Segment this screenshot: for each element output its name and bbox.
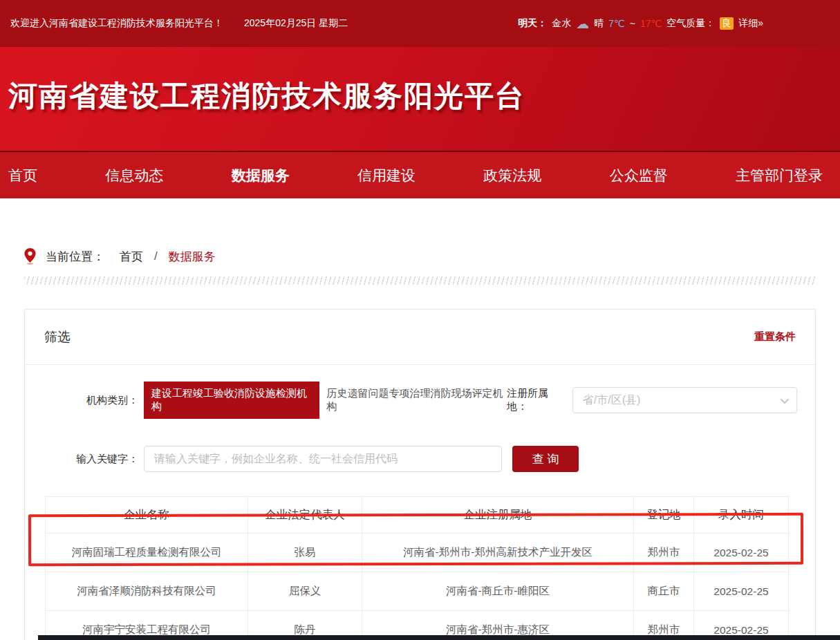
site-title: 河南省建设工程消防技术服务阳光平台 (0, 47, 840, 111)
reset-filters-link[interactable]: 重置条件 (754, 330, 796, 343)
category-option-alt[interactable]: 历史遗留问题专项治理消防现场评定机构 (327, 387, 507, 413)
cloud-icon: ☁ (576, 17, 589, 30)
chevron-down-icon (781, 395, 790, 404)
weather-detail-link[interactable]: 详细» (738, 17, 763, 30)
filter-panel-header: 筛选 重置条件 (25, 310, 815, 365)
breadcrumb-current[interactable]: 数据服务 (169, 249, 216, 265)
temp-tilde: ~ (630, 18, 635, 29)
nav-item-credit[interactable]: 信用建设 (357, 166, 416, 185)
cell-company-name: 河南省泽顺消防科技有限公司 (46, 572, 248, 611)
category-label: 机构类别： (61, 394, 138, 407)
breadcrumb: 当前位置： 首页 / 数据服务 (24, 248, 840, 265)
cell-registered-address: 河南省-商丘市-睢阳区 (362, 572, 634, 611)
cell-registered-address: 河南省-郑州市-郑州高新技术产业开发区 (362, 534, 634, 572)
table-row[interactable]: 河南固瑞工程质量检测有限公司 张易 河南省-郑州市-郑州高新技术产业开发区 郑州… (46, 534, 789, 572)
cell-entry-date: 2025-02-25 (694, 534, 789, 572)
cell-entry-date: 2025-02-25 (694, 572, 789, 611)
filter-panel: 筛选 重置条件 机构类别： 建设工程竣工验收消防设施检测机构 历史遗留问题专项治… (24, 309, 816, 640)
nav-item-home[interactable]: 首页 (8, 166, 37, 185)
nav-item-news[interactable]: 信息动态 (105, 166, 163, 185)
nav-item-data-service[interactable]: 数据服务 (232, 166, 290, 185)
current-date: 2025年02月25日 星期二 (244, 17, 348, 30)
region-select[interactable]: 省/市/区(县) (572, 387, 797, 413)
filter-title: 筛选 (44, 328, 71, 346)
breadcrumb-label: 当前位置： (46, 249, 104, 265)
cell-legal-rep: 张易 (248, 534, 362, 572)
temp-high: 17℃ (640, 18, 662, 29)
keyword-label: 输入关键字： (61, 453, 138, 466)
table-header-row: 企业名称 企业法定代表人 企业注册属地 登记地 录入时间 (46, 497, 789, 534)
air-quality-label: 空气质量： (666, 17, 715, 30)
region-select-placeholder: 省/市/区(县) (583, 393, 641, 408)
top-utility-bar: 欢迎进入河南省建设工程消防技术服务阳光平台！ 2025年02月25日 星期二 明… (0, 0, 840, 47)
nav-item-policy[interactable]: 政策法规 (483, 166, 541, 185)
breadcrumb-separator: / (154, 250, 158, 263)
search-button[interactable]: 查 询 (512, 446, 579, 472)
category-option-selected[interactable]: 建设工程竣工验收消防设施检测机构 (144, 382, 319, 419)
cell-registration-city: 商丘市 (634, 572, 694, 611)
air-quality-badge: 良 (720, 17, 734, 30)
page: 欢迎进入河南省建设工程消防技术服务阳光平台！ 2025年02月25日 星期二 明… (0, 0, 840, 640)
col-legal-rep: 企业法定代表人 (248, 497, 362, 534)
table-row[interactable]: 河南省泽顺消防科技有限公司 屈保义 河南省-商丘市-睢阳区 商丘市 2025-0… (46, 572, 789, 611)
masthead: 河南省建设工程消防技术服务阳光平台 (0, 47, 840, 151)
cell-registration-city: 郑州市 (634, 534, 694, 572)
tomorrow-label: 明天： (518, 17, 547, 30)
keyword-filter-row: 输入关键字： 查 询 (25, 446, 815, 472)
weather-condition: 晴 (594, 17, 604, 30)
bottom-edge-strip (38, 635, 840, 640)
category-filter-row: 机构类别： 建设工程竣工验收消防设施检测机构 历史遗留问题专项治理消防现场评定机… (25, 382, 815, 419)
cell-legal-rep: 屈保义 (248, 572, 362, 611)
region-label: 注册所属地： (507, 387, 567, 413)
results-table: 企业名称 企业法定代表人 企业注册属地 登记地 录入时间 河南固瑞工程质量检测有… (45, 496, 789, 640)
slash-divider (24, 276, 816, 285)
temp-low: 7℃ (608, 18, 625, 29)
welcome-text: 欢迎进入河南省建设工程消防技术服务阳光平台！ (10, 17, 223, 30)
weather-widget: 明天： 金水 ☁ 晴 7℃ ~ 17℃ 空气质量： 良 详细» (518, 17, 763, 30)
cell-company-name: 河南固瑞工程质量检测有限公司 (46, 534, 248, 572)
breadcrumb-home[interactable]: 首页 (120, 249, 143, 265)
primary-nav: 首页 信息动态 数据服务 信用建设 政策法规 公众监督 主管部门登录 (0, 151, 840, 198)
nav-item-admin-login[interactable]: 主管部门登录 (736, 166, 823, 185)
col-company-name: 企业名称 (46, 497, 248, 534)
nav-item-supervision[interactable]: 公众监督 (610, 166, 668, 185)
col-registration-city: 登记地 (634, 497, 694, 534)
col-registered-address: 企业注册属地 (362, 497, 634, 534)
weather-district: 金水 (552, 17, 571, 30)
location-pin-icon (24, 248, 36, 265)
keyword-input[interactable] (144, 446, 502, 472)
col-entry-date: 录入时间 (694, 497, 789, 534)
